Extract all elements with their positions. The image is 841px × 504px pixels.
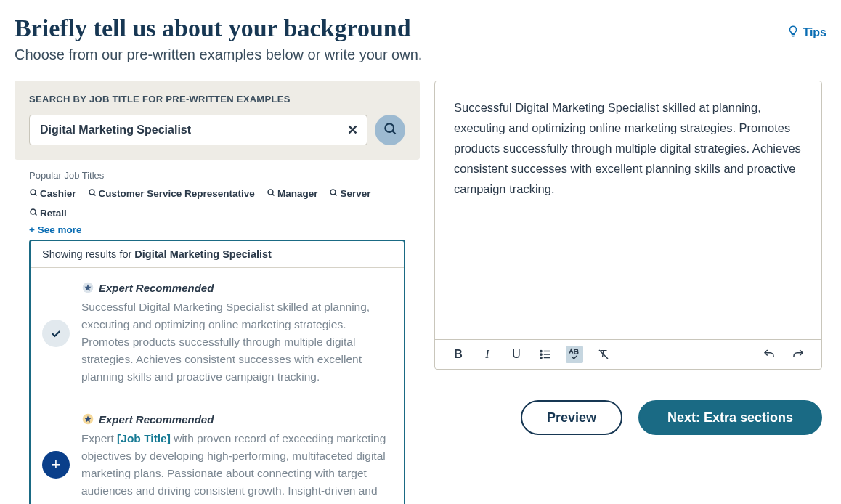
tag-label: Retail [40, 208, 67, 219]
search-icon [383, 121, 397, 139]
editor-panel: Successful Digital Marketing Specialist … [434, 81, 822, 370]
results-header: Showing results for Digital Marketing Sp… [31, 241, 404, 268]
svg-point-6 [268, 190, 273, 195]
tips-label: Tips [803, 26, 826, 39]
action-row: Preview Next: Extra sections [434, 400, 822, 435]
svg-line-3 [35, 194, 37, 196]
svg-point-8 [330, 190, 336, 195]
svg-point-20 [540, 357, 542, 358]
page-title: Briefly tell us about your background [15, 15, 422, 42]
expert-label: Expert Recommended [99, 413, 214, 426]
popular-job-titles: Popular Job Titles Cashier Customer Serv… [15, 160, 420, 240]
expert-label: Expert Recommended [99, 282, 214, 294]
preview-button[interactable]: Preview [521, 400, 622, 435]
svg-point-4 [89, 190, 94, 195]
spellcheck-button[interactable] [566, 346, 583, 363]
svg-line-7 [272, 194, 275, 196]
search-label: SEARCH BY JOB TITLE FOR PRE-WRITTEN EXAM… [29, 94, 405, 105]
search-icon [29, 208, 38, 219]
search-icon [267, 188, 275, 199]
svg-point-18 [540, 354, 542, 355]
search-icon [329, 188, 338, 199]
search-icon [88, 188, 97, 199]
clear-formatting-button[interactable] [595, 346, 612, 363]
search-button[interactable] [375, 115, 405, 145]
expert-recommended-badge: Expert Recommended [81, 281, 392, 294]
popular-tag-csr[interactable]: Customer Service Representative [88, 188, 255, 199]
search-icon [29, 188, 38, 199]
toolbar-separator [627, 346, 627, 362]
underline-button[interactable]: U [508, 346, 525, 363]
next-button[interactable]: Next: Extra sections [638, 400, 822, 435]
result-item[interactable]: + Expert Recommended Expert [Job Title] … [31, 399, 404, 504]
svg-line-1 [392, 131, 395, 134]
selected-check-icon[interactable] [42, 320, 70, 347]
bullet-list-button[interactable] [537, 346, 554, 363]
star-icon [81, 412, 94, 426]
results-header-term: Digital Marketing Specialist [134, 248, 272, 260]
bold-button[interactable]: B [450, 346, 467, 363]
italic-button[interactable]: I [479, 346, 496, 363]
results-header-prefix: Showing results for [42, 248, 134, 260]
result-item[interactable]: Expert Recommended Successful Digital Ma… [31, 268, 404, 399]
popular-tag-retail[interactable]: Retail [29, 208, 67, 219]
svg-point-16 [540, 350, 542, 351]
tag-label: Manager [277, 188, 318, 199]
svg-line-5 [94, 194, 96, 196]
editor-toolbar: B I U [435, 339, 821, 369]
result-body: Successful Digital Marketing Specialist … [81, 298, 392, 386]
add-example-icon[interactable]: + [42, 451, 70, 479]
tag-label: Cashier [40, 188, 76, 199]
page-subtitle: Choose from our pre-written examples bel… [15, 46, 422, 63]
svg-point-0 [385, 123, 394, 132]
svg-point-10 [31, 209, 36, 214]
summary-editor[interactable]: Successful Digital Marketing Specialist … [435, 81, 821, 339]
popular-title: Popular Job Titles [29, 170, 405, 181]
see-more-link[interactable]: + See more [29, 224, 405, 235]
search-input[interactable] [40, 123, 338, 137]
svg-line-11 [35, 214, 37, 216]
popular-tag-server[interactable]: Server [329, 188, 370, 199]
tag-label: Server [340, 188, 370, 199]
job-title-placeholder: [Job Title] [117, 432, 171, 444]
tag-label: Customer Service Representative [99, 188, 255, 199]
svg-point-2 [31, 190, 36, 195]
clear-search-icon[interactable]: ✕ [344, 121, 361, 139]
undo-button[interactable] [760, 346, 778, 363]
svg-line-9 [335, 194, 337, 196]
redo-button[interactable] [789, 346, 807, 363]
search-panel: SEARCH BY JOB TITLE FOR PRE-WRITTEN EXAM… [15, 81, 420, 160]
popular-tag-manager[interactable]: Manager [267, 188, 318, 199]
result-body: Expert [Job Title] with proven record of… [81, 430, 392, 504]
popular-tag-cashier[interactable]: Cashier [29, 188, 76, 199]
results-panel: Showing results for Digital Marketing Sp… [29, 240, 405, 504]
lightbulb-icon [787, 25, 800, 41]
expert-recommended-badge: Expert Recommended [81, 412, 392, 426]
tips-link[interactable]: Tips [787, 25, 826, 41]
search-input-wrap: ✕ [29, 115, 367, 145]
star-icon [81, 281, 94, 294]
